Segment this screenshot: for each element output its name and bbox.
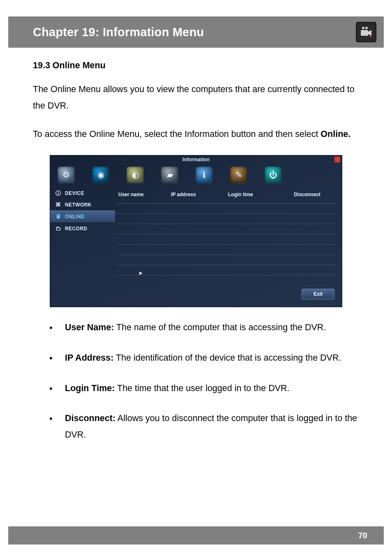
bullet-title: IP Address:: [65, 353, 113, 363]
field-descriptions-list: User Name: The name of the computer that…: [33, 320, 359, 443]
sidebar-item-label: ONLINE: [65, 212, 85, 221]
sidebar-item-record[interactable]: 🗀 RECORD: [50, 223, 115, 234]
ptz-pan-icon[interactable]: ◐: [127, 167, 144, 183]
network-nodes-icon: ⌘: [55, 202, 62, 208]
col-ip-address: IP address: [169, 188, 226, 204]
chapter-title: Chapter 19: Information Menu: [33, 25, 204, 39]
table-row[interactable]: [117, 265, 336, 276]
sidebar-item-online[interactable]: 🖥 ONLINE: [50, 211, 115, 223]
window-title: Information: [182, 155, 210, 164]
cursor-icon: ➤: [138, 268, 143, 279]
svg-point-0: [362, 27, 364, 29]
access-paragraph: To access the Online Menu, select the In…: [33, 126, 359, 143]
svg-point-1: [365, 27, 368, 29]
camera-record-icon: [356, 22, 376, 42]
bullet-text: The identification of the device that is…: [113, 353, 341, 363]
power-icon[interactable]: ⏻: [265, 167, 282, 183]
list-item: IP Address: The identification of the de…: [33, 350, 359, 366]
svg-point-3: [370, 35, 371, 37]
online-users-table: User name IP address Login time Disconne…: [117, 188, 336, 276]
sidebar-item-label: DEVICE: [65, 189, 84, 198]
information-window-screenshot: Information ⚙ ◉ ◐ ▰ ℹ ✎ ⏻ ⓘ DEVICE: [50, 155, 342, 307]
storage-disk-icon[interactable]: ▰: [161, 167, 178, 183]
monitor-online-icon: 🖥: [55, 213, 62, 220]
sidebar-item-label: NETWORK: [65, 200, 92, 209]
main-toolbar: ⚙ ◉ ◐ ▰ ℹ ✎ ⏻: [50, 164, 342, 186]
info-sidebar: ⓘ DEVICE ⌘ NETWORK 🖥 ONLINE 🗀 RECORD: [50, 186, 115, 305]
settings-gear-icon[interactable]: ⚙: [58, 167, 75, 183]
window-titlebar: Information: [50, 155, 342, 164]
info-badge-icon: ⓘ: [55, 190, 62, 197]
col-user-name: User name: [117, 188, 169, 204]
information-icon[interactable]: ℹ: [196, 167, 213, 183]
table-row[interactable]: [117, 224, 336, 234]
maintenance-brush-icon[interactable]: ✎: [230, 167, 247, 183]
chapter-header-bar: Chapter 19: Information Menu: [8, 16, 384, 48]
section-heading: 19.3 Online Menu: [33, 58, 359, 74]
close-icon[interactable]: [334, 157, 340, 162]
svg-rect-2: [361, 30, 368, 36]
list-item: Login Time: The time that the user logge…: [33, 380, 359, 397]
col-login-time: Login time: [226, 188, 292, 204]
page-footer-bar: 70: [8, 526, 384, 544]
access-pre-text: To access the Online Menu, select the In…: [33, 129, 321, 139]
sidebar-item-network[interactable]: ⌘ NETWORK: [50, 199, 115, 211]
bullet-text: The time that the user logged in to the …: [115, 383, 289, 393]
list-item: User Name: The name of the computer that…: [33, 320, 359, 336]
table-row[interactable]: [117, 245, 336, 255]
bullet-title: Login Time:: [65, 383, 115, 393]
list-item: Disconnect: Allows you to disconnect the…: [33, 410, 359, 443]
bullet-title: Disconnect:: [65, 413, 115, 423]
sidebar-item-label: RECORD: [65, 224, 87, 233]
table-row[interactable]: [117, 214, 336, 224]
table-row[interactable]: [117, 204, 336, 214]
record-folder-icon: 🗀: [55, 225, 62, 232]
intro-paragraph: The Online Menu allows you to view the c…: [33, 81, 359, 114]
access-bold-text: Online.: [321, 129, 350, 139]
online-table-area: User name IP address Login time Disconne…: [115, 186, 342, 305]
bullet-title: User Name:: [65, 322, 114, 332]
col-disconnect: Disconnect: [292, 188, 336, 204]
page-number: 70: [358, 531, 367, 540]
table-row[interactable]: [117, 255, 336, 265]
table-row[interactable]: [117, 234, 336, 245]
exit-button[interactable]: Exit: [302, 289, 334, 299]
camera-eye-icon[interactable]: ◉: [92, 167, 109, 183]
bullet-text: The name of the computer that is accessi…: [114, 322, 326, 332]
sidebar-item-device[interactable]: ⓘ DEVICE: [50, 188, 115, 199]
